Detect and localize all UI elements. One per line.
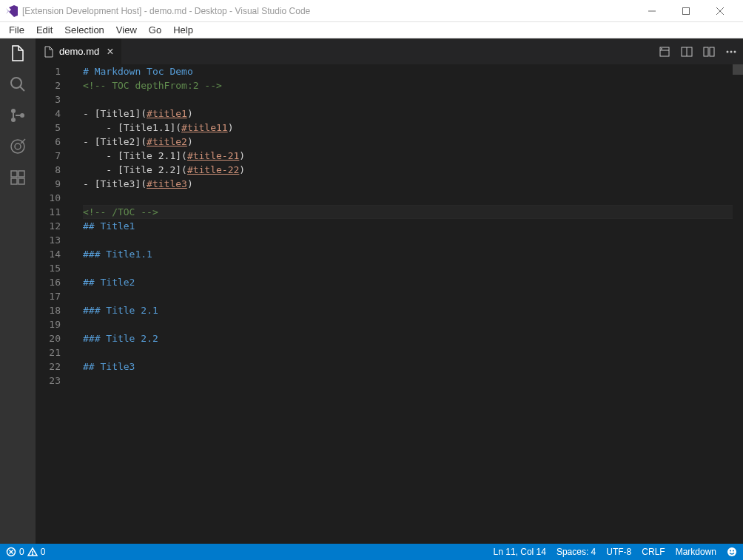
menu-go[interactable]: Go	[143, 23, 167, 37]
line-number: 17	[36, 289, 61, 303]
code-line[interactable]	[83, 317, 733, 331]
more-actions-icon[interactable]	[725, 46, 737, 58]
code-line[interactable]	[83, 233, 733, 247]
menu-help[interactable]: Help	[167, 23, 199, 37]
editor-area: demo.md × 123456789101112131415161718192…	[36, 38, 743, 544]
line-number: 1	[36, 64, 61, 78]
editor-actions	[659, 38, 743, 64]
menubar: File Edit Selection View Go Help	[0, 22, 743, 38]
line-number: 16	[36, 275, 61, 289]
menu-view[interactable]: View	[110, 23, 143, 37]
code-line[interactable]: ## Title2	[83, 275, 733, 289]
status-errors[interactable]: 0	[6, 547, 24, 557]
search-icon[interactable]	[7, 74, 28, 95]
code-line[interactable]: # Markdown Toc Demo	[83, 64, 733, 78]
svg-point-24	[730, 50, 733, 53]
code-line[interactable]: - [Title1](#title1)	[83, 107, 733, 121]
status-spaces[interactable]: Spaces: 4	[557, 547, 596, 557]
svg-point-32	[730, 550, 731, 552]
extensions-icon[interactable]	[7, 167, 28, 188]
code-line[interactable]	[83, 345, 733, 360]
svg-rect-1	[683, 7, 690, 14]
line-number: 15	[36, 261, 61, 275]
line-number: 9	[36, 177, 61, 191]
svg-point-7	[11, 118, 16, 122]
svg-point-10	[15, 144, 21, 149]
line-number: 19	[36, 317, 61, 331]
close-button[interactable]	[703, 0, 737, 22]
code-line[interactable]: - [Title1.1](#title11)	[83, 121, 733, 135]
status-left: 0 0	[6, 547, 45, 557]
minimize-button[interactable]	[635, 0, 669, 22]
maximize-button[interactable]	[669, 0, 703, 22]
line-number: 8	[36, 163, 61, 177]
status-eol[interactable]: CRLF	[642, 547, 665, 557]
line-number: 12	[36, 219, 61, 233]
status-feedback-icon[interactable]	[727, 547, 737, 557]
editor[interactable]: 1234567891011121314151617181920212223 # …	[36, 64, 743, 544]
svg-point-30	[32, 554, 33, 555]
svg-rect-21	[704, 47, 708, 56]
code-line[interactable]: ### Title 2.1	[83, 303, 733, 317]
svg-point-18	[662, 48, 662, 49]
svg-rect-13	[19, 171, 24, 177]
svg-point-31	[727, 547, 736, 556]
status-warnings[interactable]: 0	[27, 547, 46, 557]
statusbar: 0 0 Ln 11, Col 14 Spaces: 4 UTF-8 CRLF M…	[0, 544, 743, 560]
status-lncol[interactable]: Ln 11, Col 14	[494, 547, 546, 557]
code-content[interactable]: # Markdown Toc Demo<!-- TOC depthFrom:2 …	[74, 64, 733, 544]
code-line[interactable]: ### Title1.1	[83, 247, 733, 261]
vscode-logo-icon	[6, 5, 18, 17]
menu-edit[interactable]: Edit	[30, 23, 58, 37]
status-language[interactable]: Markdown	[676, 547, 716, 557]
menu-selection[interactable]: Selection	[58, 23, 110, 37]
menu-file[interactable]: File	[3, 23, 30, 37]
debug-icon[interactable]	[7, 136, 28, 157]
code-line[interactable]: - [Title2](#title2)	[83, 135, 733, 149]
line-number: 5	[36, 121, 61, 135]
line-number: 11	[36, 205, 61, 219]
line-number: 10	[36, 191, 61, 205]
svg-point-8	[20, 113, 24, 118]
warning-count: 0	[41, 547, 46, 557]
minimap[interactable]	[733, 64, 743, 544]
tab-demo-md[interactable]: demo.md ×	[36, 38, 122, 64]
status-encoding[interactable]: UTF-8	[606, 547, 631, 557]
code-line[interactable]	[83, 261, 733, 275]
close-tab-icon[interactable]: ×	[107, 45, 113, 58]
code-line[interactable]	[83, 289, 733, 303]
scrollbar-vertical[interactable]	[733, 64, 743, 75]
line-number: 21	[36, 345, 61, 360]
code-line[interactable]: - [Title3](#title3)	[83, 177, 733, 191]
svg-line-5	[20, 87, 24, 91]
preview-icon[interactable]	[659, 46, 670, 58]
split-preview-icon[interactable]	[681, 46, 693, 58]
code-line[interactable]	[83, 191, 733, 205]
code-line[interactable]: ## Title3	[83, 360, 733, 374]
code-line[interactable]: ### Title 2.2	[83, 331, 733, 345]
code-line[interactable]: - [Title 2.2](#title-22)	[83, 163, 733, 177]
svg-rect-22	[710, 47, 714, 56]
svg-point-4	[11, 78, 21, 88]
explorer-icon[interactable]	[7, 43, 28, 64]
code-line[interactable]: <!-- TOC depthFrom:2 -->	[83, 78, 733, 92]
line-number: 4	[36, 107, 61, 121]
source-control-icon[interactable]	[7, 105, 28, 126]
line-number: 22	[36, 360, 61, 374]
activitybar	[0, 38, 36, 544]
svg-rect-15	[19, 178, 24, 184]
svg-point-25	[734, 50, 736, 53]
line-number: 20	[36, 331, 61, 345]
code-line[interactable]	[83, 374, 733, 388]
svg-point-23	[727, 50, 729, 53]
code-line[interactable]: <!-- /TOC -->	[83, 205, 733, 219]
code-line[interactable]: - [Title 2.1](#title-21)	[83, 149, 733, 163]
line-number: 13	[36, 233, 61, 247]
line-number: 7	[36, 149, 61, 163]
tabs-row: demo.md ×	[36, 38, 743, 64]
code-line[interactable]	[83, 92, 733, 107]
code-line[interactable]: ## Title1	[83, 219, 733, 233]
line-number: 23	[36, 374, 61, 388]
split-editor-icon[interactable]	[703, 46, 715, 58]
file-icon	[43, 46, 55, 58]
